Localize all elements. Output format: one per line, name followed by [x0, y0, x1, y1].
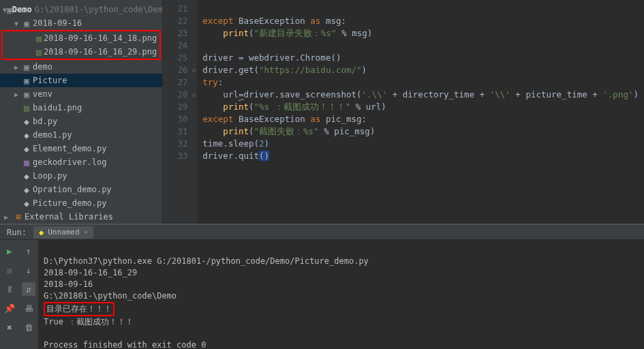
folder-icon: ▣ [20, 18, 33, 29]
tree-label: geckodriver.log [33, 157, 106, 167]
expand-icon: ▶ [12, 91, 20, 98]
run-label: Run: [0, 228, 33, 237]
image-icon: ▤ [20, 103, 33, 113]
tree-label: Picture [33, 76, 67, 85]
python-icon: ◆ [20, 185, 33, 195]
console-line: Process finished with exit code 0 [44, 340, 206, 349]
tree-file[interactable]: ▦ geckodriver.log [0, 155, 162, 169]
folder-icon: ▣ [20, 76, 33, 86]
tree-folder[interactable]: ▶ ▣ demo [0, 60, 162, 74]
tree-label: demo [33, 62, 52, 72]
print-icon[interactable]: 🖶 [22, 301, 35, 315]
tree-file[interactable]: ◆ Loop.py [0, 169, 162, 183]
tree-folder[interactable]: ▶ ▣ venv [0, 87, 162, 101]
soft-wrap-icon[interactable]: ⇵ [22, 282, 35, 296]
pin-icon[interactable]: 📌 [3, 301, 16, 315]
image-icon: ▤ [34, 33, 44, 44]
tree-label: Element_demo.py [33, 144, 106, 153]
tree-label: Picture_demo.py [33, 198, 106, 208]
python-icon: ◆ [20, 171, 33, 181]
project-root[interactable]: ▼ ▣ Demo G:\201801-\python_code\Demo [0, 3, 162, 16]
library-icon: ⊞ [12, 212, 25, 222]
python-icon: ◆ [20, 198, 33, 209]
console-line: D:\Python37\python.exe G:/201801-/python… [44, 256, 369, 266]
tree-file[interactable]: ▤ 2018-09-16-16_16_29.png [3, 45, 159, 59]
python-icon: ◆ [20, 130, 33, 140]
tree-file[interactable]: ◆ Picture_demo.py [0, 196, 162, 210]
project-name: Demo [12, 5, 32, 14]
console-output[interactable]: D:\Python37\python.exe G:/201801-/python… [38, 240, 644, 349]
close-icon[interactable]: × [84, 228, 89, 237]
rerun-icon[interactable]: ▶ [3, 244, 16, 258]
run-panel-header: Run: ◆ Unnamed × [0, 225, 644, 240]
python-icon: ◆ [20, 117, 33, 127]
tree-label: Loop.py [33, 171, 67, 181]
tree-label: 2018-09-16 [33, 18, 82, 28]
external-libraries[interactable]: ▶ ⊞ External Libraries [0, 210, 162, 224]
log-icon: ▦ [20, 157, 33, 168]
tree-file[interactable]: ◆ bd.py [0, 115, 162, 128]
scroll-up-icon[interactable]: ↑ [22, 244, 35, 258]
tree-file[interactable]: ◆ Opration_demo.py [0, 183, 162, 196]
layout-icon[interactable]: ⥯ [3, 282, 16, 296]
folder-icon: ▣ [20, 89, 33, 100]
external-libraries-label: External Libraries [25, 212, 113, 222]
tree-file[interactable]: ◆ demo1.py [0, 128, 162, 142]
console-line: 2018-09-16-16_16_29 [44, 268, 137, 277]
tree-label: Opration_demo.py [33, 185, 112, 194]
expand-icon: ▶ [12, 63, 20, 71]
console-line: 2018-09-16 [44, 279, 93, 289]
console-line-highlighted: 目录已存在！！！ [44, 302, 114, 316]
scroll-down-icon[interactable]: ↓ [22, 263, 35, 277]
project-sidebar[interactable]: ▼ ▣ Demo G:\201801-\python_code\Demo ▼ ▣… [0, 0, 163, 224]
tree-label: venv [33, 89, 52, 99]
tree-label: demo1.py [33, 130, 72, 140]
tree-file[interactable]: ◆ Element_demo.py [0, 142, 162, 155]
close-panel-icon[interactable]: ✖ [3, 320, 16, 334]
project-path: G:\201801-\python_code\Demo [35, 5, 163, 14]
trash-icon[interactable]: 🗑 [22, 320, 35, 334]
tree-label: 2018-09-16-16_16_29.png [44, 47, 157, 57]
run-toolbar: ▶ ■ ⥯ 📌 ✖ ↑ ↓ ⇵ 🖶 🗑 [0, 240, 38, 349]
code-editor[interactable]: 2122232425 2627282930 313233 except Base… [163, 0, 644, 224]
console-line: True ：截图成功！！！ [44, 317, 134, 327]
tree-file[interactable]: ▤ baidu1.png [0, 101, 162, 115]
tree-label: baidu1.png [33, 103, 82, 112]
tree-label: 2018-09-16-16_14_18.png [44, 33, 157, 43]
tree-file[interactable]: ▤ 2018-09-16-16_14_18.png [3, 31, 159, 45]
console-line: G:\201801-\python_code\Demo [44, 291, 177, 301]
tree-label: bd.py [33, 117, 57, 126]
run-tab[interactable]: ◆ Unnamed × [33, 226, 93, 239]
image-icon: ▤ [34, 47, 44, 57]
tree-folder[interactable]: ▼ ▣ 2018-09-16 [0, 16, 162, 30]
folder-icon: ▣ [7, 5, 12, 15]
python-icon: ◆ [39, 228, 44, 237]
line-gutter: 2122232425 2627282930 313233 [163, 0, 197, 224]
stop-icon[interactable]: ■ [3, 263, 16, 277]
python-icon: ◆ [20, 144, 33, 154]
expand-icon: ▼ [12, 20, 20, 27]
expand-icon: ▶ [4, 213, 12, 221]
tree-folder-selected[interactable]: ▣ Picture [0, 74, 162, 87]
folder-icon: ▣ [20, 62, 33, 72]
run-tab-name: Unnamed [48, 228, 79, 237]
code-area[interactable]: except BaseException as msg: print("新建目录… [197, 0, 644, 224]
